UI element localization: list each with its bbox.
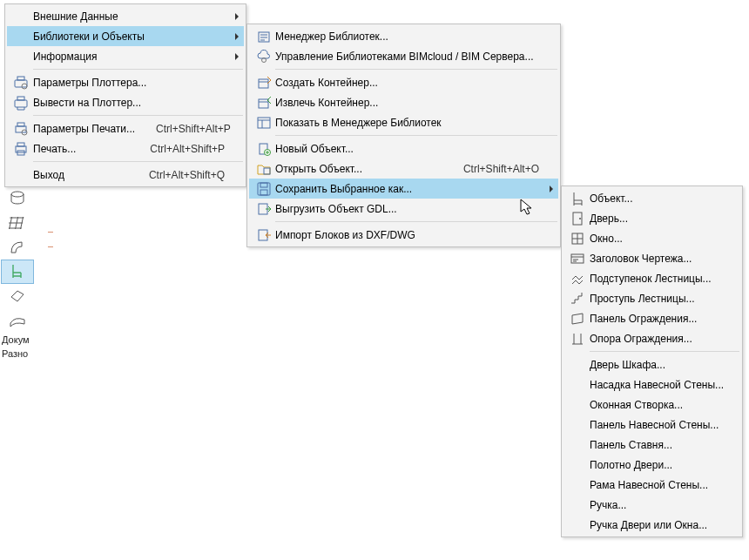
menu-item-label: Импорт Блоков из DXF/DWG xyxy=(275,229,539,241)
file-menu-separator xyxy=(33,161,243,162)
menu-item-label: Полотно Двери... xyxy=(590,459,721,471)
libraries-submenu-item-10[interactable]: Выгрузить Объект GDL... xyxy=(249,199,558,219)
libraries-submenu-item-9[interactable]: Сохранить Выбранное как... xyxy=(249,179,558,199)
submenu-arrow-icon xyxy=(235,33,239,40)
grid-icon xyxy=(9,215,26,231)
save-as-submenu-item-17[interactable]: Ручка Двери или Окна... xyxy=(563,515,740,535)
save-as-submenu-item-13[interactable]: Панель Ставня... xyxy=(563,435,740,455)
print-icon xyxy=(9,139,33,159)
save-as-submenu-item-15[interactable]: Рама Навесной Стены... xyxy=(563,475,740,495)
blank-icon xyxy=(565,435,590,455)
file-menu-item-5[interactable]: Вывести на Плоттер... xyxy=(7,92,244,112)
menu-item-label: Вывести на Плоттер... xyxy=(33,97,225,109)
libraries-submenu-item-3[interactable]: Создать Контейнер... xyxy=(249,72,558,92)
libraries-submenu: Менеджер Библиотек...Управление Библиоте… xyxy=(246,24,561,247)
menu-item-label: Сохранить Выбранное как... xyxy=(275,183,539,195)
svg-point-0 xyxy=(11,192,24,197)
menu-item-label: Опора Ограждения... xyxy=(590,333,721,345)
menu-item-label: Оконная Створка... xyxy=(590,399,721,411)
save-as-submenu-item-0[interactable]: Объект... xyxy=(563,188,740,208)
rail-btn-4[interactable] xyxy=(1,260,34,284)
svg-rect-15 xyxy=(259,99,268,108)
rail-label-2[interactable]: Разно xyxy=(0,347,35,361)
menu-item-label: Новый Объект... xyxy=(275,143,539,155)
libraries-submenu-separator xyxy=(275,221,557,222)
menu-item-shortcut: Ctrl+Shift+Alt+P xyxy=(156,123,231,135)
rail-btn-5[interactable] xyxy=(1,284,34,308)
stair-riser-icon xyxy=(565,269,590,288)
libraries-submenu-item-0[interactable]: Менеджер Библиотек... xyxy=(249,26,558,46)
file-menu-item-4[interactable]: Параметры Плоттера... xyxy=(7,72,244,92)
submenu-arrow-icon xyxy=(550,186,553,192)
save-as-submenu-item-14[interactable]: Полотно Двери... xyxy=(563,455,740,475)
rail-btn-2[interactable] xyxy=(1,211,34,235)
file-menu-separator xyxy=(33,69,243,70)
menu-item-label: Внешние Данные xyxy=(33,10,225,23)
menu-item-label: Печать... xyxy=(33,143,129,155)
save-as-submenu-separator xyxy=(590,351,739,352)
show-in-manager-icon xyxy=(253,113,275,132)
submenu-arrow-icon xyxy=(235,13,239,20)
cylinder-icon xyxy=(9,191,26,206)
shell-icon xyxy=(9,240,26,255)
railing-panel-icon xyxy=(565,309,590,328)
save-as-submenu-item-9[interactable]: Дверь Шкафа... xyxy=(563,354,740,374)
new-object-icon xyxy=(253,139,275,159)
file-menu: Внешние ДанныеБиблиотеки и ОбъектыИнформ… xyxy=(4,3,246,187)
save-as-submenu-item-4[interactable]: Подступенок Лестницы... xyxy=(563,268,740,288)
file-menu-item-0[interactable]: Внешние Данные xyxy=(7,6,244,26)
menu-item-label: Проступь Лестницы... xyxy=(590,293,721,305)
file-menu-separator xyxy=(33,115,243,116)
libraries-submenu-item-4[interactable]: Извлечь Контейнер... xyxy=(249,92,558,112)
save-as-submenu-item-11[interactable]: Оконная Створка... xyxy=(563,395,740,415)
save-as-submenu-item-10[interactable]: Насадка Навесной Стены... xyxy=(563,374,740,395)
menu-item-label: Дверь Шкафа... xyxy=(590,359,721,371)
menu-item-label: Насадка Навесной Стены... xyxy=(590,379,724,391)
menu-item-label: Дверь... xyxy=(590,213,721,225)
canvas-origin-marker xyxy=(48,232,53,247)
stair-tread-icon xyxy=(565,289,590,308)
svg-rect-5 xyxy=(17,97,24,100)
menu-item-label: Ручка Двери или Окна... xyxy=(590,519,721,531)
libraries-submenu-item-5[interactable]: Показать в Менеджере Библиотек xyxy=(249,112,558,132)
menu-item-label: Управление Библиотеками BIMcloud / BIM С… xyxy=(275,51,539,63)
rail-btn-6[interactable] xyxy=(1,308,34,333)
object-icon xyxy=(565,189,590,208)
rail-btn-1[interactable] xyxy=(1,186,34,211)
save-as-submenu-item-3[interactable]: Заголовок Чертежа... xyxy=(563,248,740,268)
save-as-submenu-item-7[interactable]: Опора Ограждения... xyxy=(563,328,740,348)
file-menu-item-2[interactable]: Информация xyxy=(7,46,244,66)
blank-icon xyxy=(565,476,590,495)
import-dxf-icon xyxy=(253,226,275,245)
mesh-icon xyxy=(9,313,26,328)
svg-rect-19 xyxy=(264,168,270,174)
library-manager-icon xyxy=(253,27,275,46)
save-as-submenu-item-1[interactable]: Дверь... xyxy=(563,208,740,228)
libraries-submenu-item-7[interactable]: Новый Объект... xyxy=(249,138,558,159)
file-menu-item-10[interactable]: ВыходCtrl+Alt+Shift+Q xyxy=(7,165,244,185)
save-as-submenu-item-6[interactable]: Панель Ограждения... xyxy=(563,308,740,328)
save-as-submenu-item-2[interactable]: Окно... xyxy=(563,228,740,248)
open-object-icon xyxy=(253,159,275,179)
menu-item-label: Выгрузить Объект GDL... xyxy=(275,203,539,215)
menu-item-label: Выход xyxy=(33,169,128,181)
blank-icon xyxy=(565,395,590,415)
rail-btn-3[interactable] xyxy=(1,235,34,260)
libraries-submenu-item-8[interactable]: Открыть Объект...Ctrl+Shift+Alt+O xyxy=(249,159,558,179)
menu-item-label: Рама Навесной Стены... xyxy=(590,479,721,491)
svg-rect-4 xyxy=(15,100,27,107)
extract-container-icon xyxy=(253,93,275,112)
save-as-submenu-item-12[interactable]: Панель Навесной Стены... xyxy=(563,415,740,435)
rail-label-1[interactable]: Докум xyxy=(0,333,35,347)
file-menu-item-8[interactable]: Печать...Ctrl+Alt+Shift+P xyxy=(7,138,244,159)
libraries-submenu-item-12[interactable]: Импорт Блоков из DXF/DWG xyxy=(249,225,558,245)
file-menu-item-7[interactable]: Параметры Печати...Ctrl+Shift+Alt+P xyxy=(7,118,244,138)
libraries-submenu-item-1[interactable]: Управление Библиотеками BIMcloud / BIM С… xyxy=(249,46,558,66)
export-gdl-icon xyxy=(253,199,275,219)
save-as-submenu-item-16[interactable]: Ручка... xyxy=(563,495,740,515)
chair-icon xyxy=(9,263,26,280)
svg-rect-6 xyxy=(16,126,26,132)
file-menu-item-1[interactable]: Библиотеки и Объекты xyxy=(7,26,244,46)
save-as-submenu-item-5[interactable]: Проступь Лестницы... xyxy=(563,288,740,308)
menu-item-label: Параметры Печати... xyxy=(33,123,135,135)
